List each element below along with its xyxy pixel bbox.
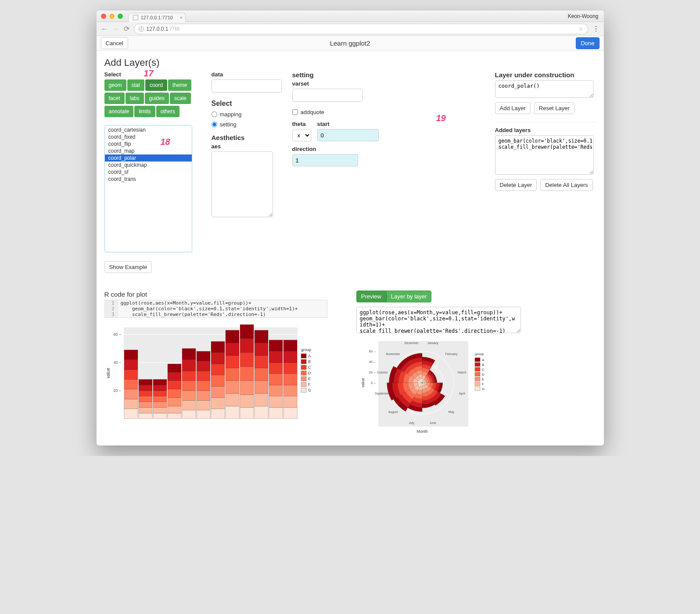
delete-layer-button[interactable]: Delete Layer	[495, 179, 537, 191]
tab-theme[interactable]: theme	[168, 79, 191, 91]
svg-rect-90	[284, 351, 297, 363]
reset-layer-button[interactable]: Reset Layer	[534, 102, 574, 114]
profile-name[interactable]: Keon-Woong	[568, 13, 599, 19]
tab-coord[interactable]: coord	[145, 79, 167, 91]
tab-labs[interactable]: labs	[126, 93, 144, 104]
svg-rect-72	[255, 393, 268, 406]
addquote-checkbox[interactable]	[292, 109, 298, 115]
start-input[interactable]	[317, 129, 379, 141]
svg-text:September: September	[375, 392, 390, 395]
svg-rect-80	[269, 385, 283, 396]
aes-textarea[interactable]	[212, 151, 273, 217]
setting-label: setting	[292, 71, 363, 79]
tab-annotate[interactable]: annotate	[104, 106, 134, 117]
modal-header: Cancel Learn ggplot2 Done	[97, 36, 604, 51]
back-icon[interactable]: ←	[101, 25, 108, 33]
add-layer-button[interactable]: Add Layer	[495, 102, 531, 114]
svg-rect-32	[168, 389, 181, 398]
page-heading: Add Layer(s)	[104, 57, 596, 68]
tab-others[interactable]: others	[156, 106, 179, 117]
svg-rect-9	[124, 399, 138, 409]
svg-rect-45	[197, 391, 210, 400]
svg-rect-11	[124, 379, 138, 389]
list-item[interactable]: coord_trans	[105, 176, 192, 183]
svg-rect-135	[475, 367, 480, 371]
bookmark-icon[interactable]: ☆	[578, 26, 583, 32]
preview-code-textarea[interactable]: ggplot(rose,aes(x=Month,y=value,fill=gro…	[356, 307, 521, 333]
tab-scale[interactable]: scale	[170, 93, 191, 104]
data-input[interactable]	[212, 79, 282, 93]
coord-list[interactable]: coord_cartesiancoord_fixedcoord_flipcoor…	[104, 125, 192, 252]
svg-rect-75	[255, 355, 268, 368]
svg-rect-141	[475, 382, 480, 386]
theta-label: theta	[292, 121, 311, 127]
list-item[interactable]: coord_polar	[105, 154, 192, 162]
tab-facet[interactable]: facet	[104, 93, 125, 104]
svg-text:C: C	[308, 365, 311, 370]
address-bar[interactable]: i 127.0.0.1:7710 ☆	[134, 24, 588, 34]
window-close-icon[interactable]	[101, 14, 106, 19]
list-item[interactable]: coord_quickmap	[105, 162, 192, 169]
svg-text:40 –: 40 –	[113, 360, 121, 365]
mapping-radio-label: mapping	[220, 111, 242, 118]
tab-limits[interactable]: limits	[134, 106, 155, 117]
url-host: 127.0.0.1	[147, 26, 169, 32]
svg-rect-56	[211, 341, 225, 353]
close-tab-icon[interactable]: ×	[179, 15, 182, 20]
chrome-menu-icon[interactable]: ⋮	[592, 25, 599, 33]
direction-input[interactable]	[292, 154, 358, 166]
svg-rect-10	[124, 389, 138, 399]
list-item[interactable]: coord_flip	[105, 140, 192, 147]
aes-label: aes	[212, 143, 282, 150]
theta-select[interactable]: x	[292, 129, 311, 141]
varset-label: varset	[292, 80, 363, 87]
layer-type-tabs: geomstatcoordthemefacetlabsguidesscalean…	[104, 79, 201, 119]
tab-guides[interactable]: guides	[145, 93, 169, 104]
svg-rect-34	[168, 372, 181, 381]
svg-rect-87	[284, 385, 297, 396]
list-item[interactable]: coord_sf	[105, 169, 192, 176]
svg-text:60 –: 60 –	[369, 349, 376, 353]
rcode-area[interactable]: 1ggplot(rose,aes(x=Month,y=value,fill=gr…	[104, 300, 327, 318]
svg-rect-43	[197, 410, 210, 419]
svg-rect-59	[226, 381, 239, 394]
done-button[interactable]: Done	[576, 37, 599, 49]
window-zoom-icon[interactable]	[118, 14, 123, 19]
svg-rect-82	[269, 363, 283, 374]
layer-by-layer-button[interactable]: Layer by layer	[386, 291, 432, 302]
list-item[interactable]: coord_map	[105, 147, 192, 154]
preview-button[interactable]: Preview	[356, 291, 386, 302]
svg-rect-93	[301, 354, 306, 358]
varset-input[interactable]	[292, 89, 363, 102]
svg-text:July: July	[409, 421, 414, 425]
svg-rect-22	[153, 413, 167, 419]
setting-radio[interactable]	[212, 122, 217, 127]
info-icon[interactable]: i	[139, 26, 144, 32]
svg-text:October: October	[377, 371, 388, 374]
svg-rect-137	[475, 372, 480, 376]
svg-rect-99	[301, 371, 306, 375]
layer-under-textarea[interactable]: coord_polar()	[495, 80, 594, 98]
svg-rect-37	[182, 400, 196, 410]
svg-rect-19	[139, 391, 152, 396]
svg-rect-48	[197, 361, 210, 371]
svg-text:20 –: 20 –	[113, 388, 121, 393]
forward-icon[interactable]: →	[112, 25, 119, 33]
reload-icon[interactable]: ⟳	[124, 25, 129, 33]
mapping-radio[interactable]	[212, 111, 217, 117]
titlebar: 127.0.0.1:7710 × Keon-Woong	[97, 11, 604, 22]
tab-stat[interactable]: stat	[127, 79, 144, 91]
svg-rect-139	[475, 377, 480, 381]
svg-rect-41	[182, 360, 196, 371]
svg-rect-54	[211, 364, 225, 375]
browser-tab[interactable]: 127.0.0.1:7710 ×	[128, 13, 186, 22]
list-item[interactable]: coord_cartesian	[105, 126, 192, 133]
window-minimize-icon[interactable]	[109, 14, 115, 19]
list-item[interactable]: coord_fixed	[105, 133, 192, 140]
delete-all-layers-button[interactable]: Delete All Layers	[540, 179, 593, 191]
show-example-button[interactable]: Show Example	[104, 261, 152, 273]
cancel-button[interactable]: Cancel	[101, 37, 128, 49]
svg-text:E: E	[482, 377, 484, 381]
added-layers-textarea[interactable]: geom_bar(color='black',size=0.1,stat='id…	[495, 135, 594, 175]
tab-geom[interactable]: geom	[104, 79, 126, 91]
